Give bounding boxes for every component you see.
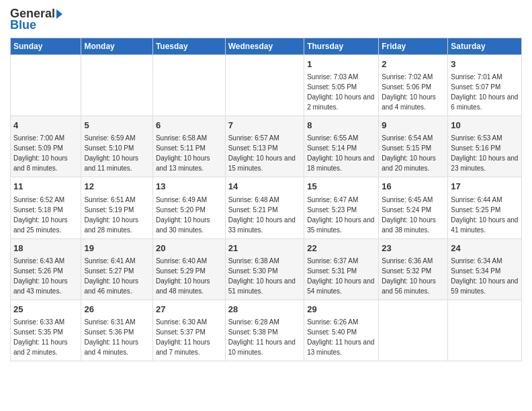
day-number: 5: [84, 120, 149, 132]
day-number: 22: [307, 242, 375, 255]
day-info: Sunrise: 7:01 AM Sunset: 5:07 PM Dayligh…: [451, 73, 518, 111]
col-header-monday: Monday: [81, 38, 152, 55]
logo-text-blue: Blue: [10, 18, 36, 32]
day-info: Sunrise: 6:55 AM Sunset: 5:14 PM Dayligh…: [307, 134, 374, 172]
calendar-cell: [379, 300, 448, 361]
day-number: 17: [451, 181, 519, 193]
calendar-cell: 28Sunrise: 6:28 AM Sunset: 5:38 PM Dayli…: [225, 300, 304, 361]
col-header-friday: Friday: [379, 38, 448, 55]
day-number: 16: [382, 181, 445, 193]
day-info: Sunrise: 6:31 AM Sunset: 5:36 PM Dayligh…: [84, 318, 138, 356]
day-number: 11: [13, 181, 78, 193]
day-info: Sunrise: 6:26 AM Sunset: 5:40 PM Dayligh…: [307, 318, 374, 356]
day-info: Sunrise: 7:02 AM Sunset: 5:06 PM Dayligh…: [382, 73, 436, 111]
col-header-sunday: Sunday: [11, 38, 81, 55]
day-info: Sunrise: 6:53 AM Sunset: 5:16 PM Dayligh…: [451, 134, 518, 172]
day-number: 25: [13, 304, 78, 316]
day-info: Sunrise: 6:41 AM Sunset: 5:27 PM Dayligh…: [84, 257, 138, 295]
calendar-cell: 10Sunrise: 6:53 AM Sunset: 5:16 PM Dayli…: [448, 116, 522, 177]
calendar-cell: [152, 55, 225, 116]
calendar-cell: 3Sunrise: 7:01 AM Sunset: 5:07 PM Daylig…: [448, 55, 522, 116]
page-header: General Blue: [10, 7, 522, 32]
calendar-header-row: SundayMondayTuesdayWednesdayThursdayFrid…: [11, 38, 522, 55]
day-number: 19: [84, 242, 149, 255]
day-info: Sunrise: 6:49 AM Sunset: 5:20 PM Dayligh…: [156, 196, 210, 234]
calendar-week-row: 11Sunrise: 6:52 AM Sunset: 5:18 PM Dayli…: [11, 177, 522, 238]
calendar-cell: 23Sunrise: 6:36 AM Sunset: 5:32 PM Dayli…: [379, 238, 448, 300]
day-number: 8: [307, 120, 375, 132]
calendar-cell: 15Sunrise: 6:47 AM Sunset: 5:23 PM Dayli…: [304, 177, 379, 238]
calendar-cell: 25Sunrise: 6:33 AM Sunset: 5:35 PM Dayli…: [11, 300, 81, 361]
day-info: Sunrise: 6:33 AM Sunset: 5:35 PM Dayligh…: [13, 318, 68, 356]
calendar-week-row: 18Sunrise: 6:43 AM Sunset: 5:26 PM Dayli…: [11, 238, 522, 300]
calendar-cell: 17Sunrise: 6:44 AM Sunset: 5:25 PM Dayli…: [448, 177, 522, 238]
day-number: 10: [451, 120, 519, 132]
calendar-cell: 24Sunrise: 6:34 AM Sunset: 5:34 PM Dayli…: [448, 238, 522, 300]
calendar-cell: 21Sunrise: 6:38 AM Sunset: 5:30 PM Dayli…: [225, 238, 304, 300]
day-number: 9: [382, 120, 445, 132]
day-info: Sunrise: 6:57 AM Sunset: 5:13 PM Dayligh…: [228, 134, 296, 172]
day-info: Sunrise: 6:36 AM Sunset: 5:32 PM Dayligh…: [382, 257, 436, 295]
day-number: 13: [156, 181, 222, 193]
day-info: Sunrise: 7:00 AM Sunset: 5:09 PM Dayligh…: [13, 134, 68, 172]
col-header-saturday: Saturday: [448, 38, 522, 55]
calendar-week-row: 4Sunrise: 7:00 AM Sunset: 5:09 PM Daylig…: [11, 116, 522, 177]
logo: General Blue: [10, 7, 62, 32]
day-info: Sunrise: 6:43 AM Sunset: 5:26 PM Dayligh…: [13, 257, 68, 295]
day-number: 20: [156, 242, 222, 255]
day-info: Sunrise: 6:37 AM Sunset: 5:31 PM Dayligh…: [307, 257, 374, 295]
calendar-week-row: 25Sunrise: 6:33 AM Sunset: 5:35 PM Dayli…: [11, 300, 522, 361]
calendar-cell: 4Sunrise: 7:00 AM Sunset: 5:09 PM Daylig…: [11, 116, 81, 177]
day-info: Sunrise: 6:47 AM Sunset: 5:23 PM Dayligh…: [307, 196, 374, 234]
day-number: 21: [228, 242, 302, 255]
day-info: Sunrise: 6:34 AM Sunset: 5:34 PM Dayligh…: [451, 257, 518, 295]
day-number: 28: [228, 304, 302, 316]
day-info: Sunrise: 6:52 AM Sunset: 5:18 PM Dayligh…: [13, 196, 68, 234]
day-number: 24: [451, 242, 519, 255]
logo-triangle-icon: [56, 9, 62, 19]
calendar-cell: 27Sunrise: 6:30 AM Sunset: 5:37 PM Dayli…: [152, 300, 225, 361]
calendar-week-row: 1Sunrise: 7:03 AM Sunset: 5:05 PM Daylig…: [11, 55, 522, 116]
day-number: 29: [307, 304, 375, 316]
calendar-cell: 7Sunrise: 6:57 AM Sunset: 5:13 PM Daylig…: [225, 116, 304, 177]
calendar-cell: 5Sunrise: 6:59 AM Sunset: 5:10 PM Daylig…: [81, 116, 152, 177]
calendar-cell: 12Sunrise: 6:51 AM Sunset: 5:19 PM Dayli…: [81, 177, 152, 238]
day-info: Sunrise: 6:54 AM Sunset: 5:15 PM Dayligh…: [382, 134, 436, 172]
day-number: 12: [84, 181, 149, 193]
day-info: Sunrise: 6:45 AM Sunset: 5:24 PM Dayligh…: [382, 196, 436, 234]
day-number: 15: [307, 181, 375, 193]
col-header-tuesday: Tuesday: [152, 38, 225, 55]
calendar-cell: 22Sunrise: 6:37 AM Sunset: 5:31 PM Dayli…: [304, 238, 379, 300]
calendar-cell: 9Sunrise: 6:54 AM Sunset: 5:15 PM Daylig…: [379, 116, 448, 177]
day-number: 26: [84, 304, 149, 316]
day-number: 4: [13, 120, 78, 132]
day-number: 7: [228, 120, 302, 132]
day-info: Sunrise: 6:38 AM Sunset: 5:30 PM Dayligh…: [228, 257, 296, 295]
calendar-cell: 8Sunrise: 6:55 AM Sunset: 5:14 PM Daylig…: [304, 116, 379, 177]
day-info: Sunrise: 6:44 AM Sunset: 5:25 PM Dayligh…: [451, 196, 518, 234]
day-info: Sunrise: 6:28 AM Sunset: 5:38 PM Dayligh…: [228, 318, 296, 356]
col-header-thursday: Thursday: [304, 38, 379, 55]
calendar-cell: 11Sunrise: 6:52 AM Sunset: 5:18 PM Dayli…: [11, 177, 81, 238]
day-number: 23: [382, 242, 445, 255]
calendar-table: SundayMondayTuesdayWednesdayThursdayFrid…: [10, 38, 522, 361]
day-info: Sunrise: 6:58 AM Sunset: 5:11 PM Dayligh…: [156, 134, 210, 172]
day-info: Sunrise: 6:30 AM Sunset: 5:37 PM Dayligh…: [156, 318, 210, 356]
day-info: Sunrise: 6:59 AM Sunset: 5:10 PM Dayligh…: [84, 134, 138, 172]
col-header-wednesday: Wednesday: [225, 38, 304, 55]
day-number: 2: [382, 58, 445, 71]
calendar-cell: 13Sunrise: 6:49 AM Sunset: 5:20 PM Dayli…: [152, 177, 225, 238]
day-info: Sunrise: 6:40 AM Sunset: 5:29 PM Dayligh…: [156, 257, 210, 295]
day-info: Sunrise: 6:51 AM Sunset: 5:19 PM Dayligh…: [84, 196, 138, 234]
calendar-cell: 6Sunrise: 6:58 AM Sunset: 5:11 PM Daylig…: [152, 116, 225, 177]
calendar-cell: 19Sunrise: 6:41 AM Sunset: 5:27 PM Dayli…: [81, 238, 152, 300]
calendar-cell: [11, 55, 81, 116]
calendar-cell: 18Sunrise: 6:43 AM Sunset: 5:26 PM Dayli…: [11, 238, 81, 300]
day-number: 14: [228, 181, 302, 193]
calendar-cell: 1Sunrise: 7:03 AM Sunset: 5:05 PM Daylig…: [304, 55, 379, 116]
day-number: 3: [451, 58, 519, 71]
calendar-cell: 16Sunrise: 6:45 AM Sunset: 5:24 PM Dayli…: [379, 177, 448, 238]
calendar-cell: 29Sunrise: 6:26 AM Sunset: 5:40 PM Dayli…: [304, 300, 379, 361]
calendar-cell: [448, 300, 522, 361]
day-info: Sunrise: 7:03 AM Sunset: 5:05 PM Dayligh…: [307, 73, 374, 111]
